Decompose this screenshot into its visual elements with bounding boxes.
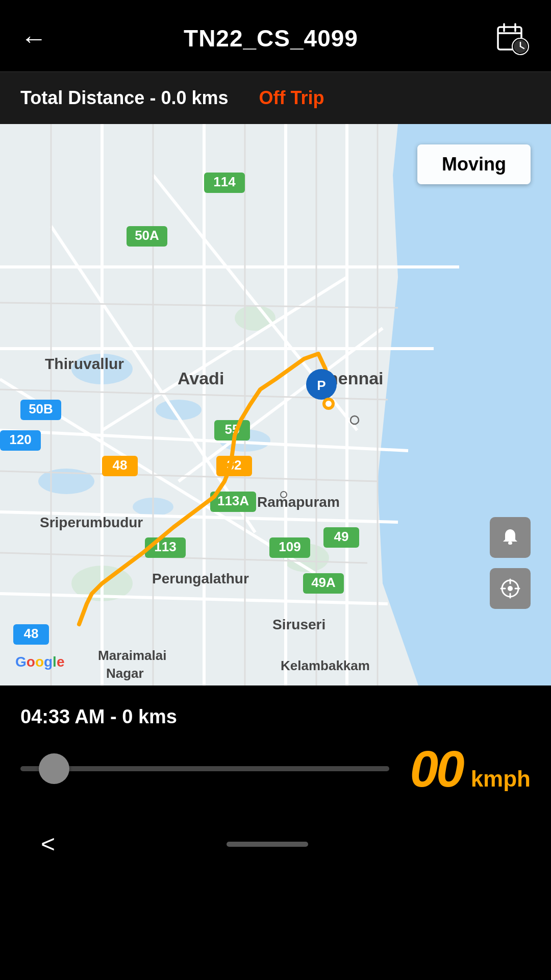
svg-text:Siruseri: Siruseri	[272, 617, 325, 632]
calendar-icon[interactable]	[495, 20, 531, 56]
status-badge: Off Trip	[259, 87, 324, 109]
map-svg: 114 50A 50B 120 48 55 32 113 113A	[0, 124, 551, 685]
svg-text:48: 48	[113, 457, 128, 473]
total-distance: Total Distance - 0.0 kms	[20, 87, 228, 109]
google-logo: Google	[15, 654, 64, 670]
info-bar: Total Distance - 0.0 kms Off Trip	[0, 72, 551, 124]
svg-text:Sriperumbudur: Sriperumbudur	[40, 514, 143, 530]
svg-text:Perungalathur: Perungalathur	[152, 571, 249, 586]
bottom-panel: 04:33 AM - 0 kms 00 kmph	[0, 685, 551, 820]
home-indicator[interactable]	[227, 842, 308, 847]
svg-text:Avadi: Avadi	[178, 369, 224, 388]
time-distance: 04:33 AM - 0 kms	[20, 706, 531, 728]
svg-text:114: 114	[213, 174, 236, 189]
svg-text:49: 49	[334, 529, 349, 544]
notification-button[interactable]	[490, 517, 531, 558]
svg-text:Thiruvallur: Thiruvallur	[45, 355, 124, 372]
slider-container[interactable]: 00 kmph	[20, 743, 531, 794]
speed-unit: kmph	[471, 766, 531, 792]
svg-text:113A: 113A	[217, 493, 249, 508]
svg-text:Maraimalai: Maraimalai	[98, 648, 166, 663]
bottom-nav: <	[0, 820, 551, 878]
svg-point-85	[508, 586, 513, 591]
speed-value: 00	[410, 743, 462, 794]
nav-back-button[interactable]: <	[41, 830, 55, 858]
svg-text:50B: 50B	[29, 401, 53, 416]
moving-badge: Moving	[417, 144, 531, 184]
svg-text:P: P	[317, 378, 325, 393]
map-container[interactable]: 114 50A 50B 120 48 55 32 113 113A	[0, 124, 551, 685]
svg-point-80	[325, 401, 332, 407]
svg-text:109: 109	[279, 539, 300, 554]
svg-text:49A: 49A	[311, 575, 336, 590]
svg-text:Ramapuram: Ramapuram	[257, 494, 340, 510]
page-title: TN22_CS_4099	[184, 24, 358, 52]
slider-thumb[interactable]	[39, 753, 69, 784]
timeline-slider[interactable]	[20, 766, 389, 771]
svg-text:120: 120	[9, 432, 31, 447]
back-button[interactable]: ←	[20, 25, 47, 52]
svg-text:48: 48	[24, 626, 39, 641]
speed-display: 00 kmph	[410, 743, 531, 794]
svg-rect-83	[508, 542, 512, 545]
svg-text:Nagar: Nagar	[106, 666, 144, 681]
svg-text:50A: 50A	[135, 228, 159, 243]
svg-text:Kelambakkam: Kelambakkam	[281, 658, 370, 673]
location-button[interactable]	[490, 568, 531, 609]
header: ← TN22_CS_4099	[0, 0, 551, 72]
